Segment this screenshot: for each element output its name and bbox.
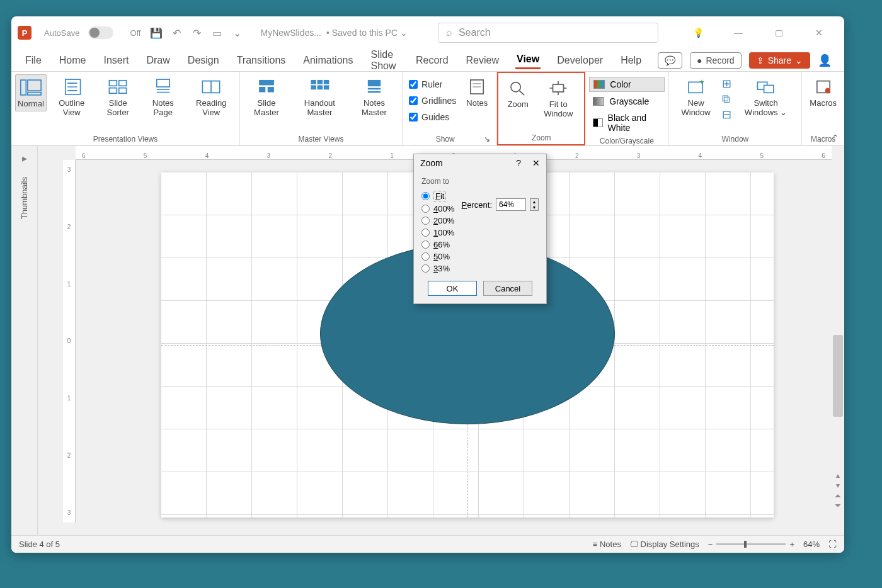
zoom-in-icon[interactable]: + [789, 540, 794, 549]
notes-master-button[interactable]: Notes Master [350, 74, 398, 120]
ok-button[interactable]: OK [428, 281, 477, 296]
guides-checkbox[interactable]: Guides [406, 111, 459, 123]
tab-review[interactable]: Review [465, 52, 500, 69]
vertical-ruler[interactable]: 3210123 [63, 160, 76, 523]
bw-button[interactable]: Black and White [589, 111, 664, 135]
handout-master-icon [307, 77, 331, 97]
grayscale-button[interactable]: Grayscale [589, 94, 664, 108]
slide-master-button[interactable]: Slide Master [244, 74, 289, 120]
notes-button[interactable]: Notes [461, 74, 493, 110]
slide-counter[interactable]: Slide 4 of 5 [19, 540, 60, 549]
account-icon[interactable]: 👤 [818, 54, 832, 67]
svg-point-29 [511, 82, 520, 92]
spinner-down-icon: ▼ [530, 205, 538, 210]
minimize-button[interactable]: — [726, 23, 751, 42]
color-button[interactable]: Color [589, 77, 664, 92]
close-button[interactable]: ✕ [806, 23, 832, 42]
show-launcher-icon[interactable]: ↘ [484, 135, 490, 144]
share-button[interactable]: ⇪ Share ⌄ [749, 52, 810, 69]
svg-rect-23 [368, 80, 381, 86]
group-show: Ruler Gridlines Guides Notes Show ↘ [403, 72, 497, 145]
radio-200[interactable]: 200% [421, 215, 539, 227]
slide-sorter-button[interactable]: Slide Sorter [96, 74, 139, 120]
group-label-color: Color/Grayscale [589, 135, 664, 147]
redo-icon[interactable]: ↷ [191, 27, 202, 38]
percent-input[interactable] [496, 198, 526, 211]
tab-developer[interactable]: Developer [556, 52, 604, 69]
next-slide-icon[interactable]: ▾ [833, 481, 843, 490]
undo-icon[interactable]: ↶ [171, 27, 182, 38]
svg-rect-19 [324, 80, 329, 84]
reading-view-button[interactable]: Reading View [187, 74, 236, 120]
slide-nav-arrows: ▴ ▾ ⏶ ⏷ [833, 471, 843, 510]
tab-animations[interactable]: Animations [302, 52, 354, 69]
ribbon-tabs: File Home Insert Draw Design Transitions… [11, 49, 844, 72]
prev-slide-icon[interactable]: ▴ [833, 471, 843, 480]
tab-record[interactable]: Record [415, 52, 450, 69]
svg-rect-14 [259, 80, 274, 86]
macros-button[interactable]: Macros [806, 74, 840, 110]
qat-dropdown-icon[interactable]: ⌄ [231, 27, 243, 38]
autosave-toggle[interactable] [88, 26, 113, 39]
radio-50[interactable]: 50% [421, 251, 539, 263]
record-button[interactable]: ● Record [690, 52, 742, 69]
collapse-ribbon-icon[interactable]: ⌃ [832, 133, 839, 143]
normal-view-icon [19, 77, 43, 98]
radio-66[interactable]: 66% [421, 239, 539, 251]
group-master-views: Slide Master Handout Master Notes Master… [240, 72, 403, 145]
new-window-button[interactable]: +New Window [673, 74, 719, 120]
split-icon[interactable]: ⊟ [722, 108, 731, 122]
dialog-titlebar[interactable]: Zoom ? ✕ [414, 154, 546, 172]
ruler-checkbox[interactable]: Ruler [406, 78, 459, 91]
tab-transitions[interactable]: Transitions [236, 52, 287, 69]
powerpoint-icon: P [18, 26, 32, 40]
cancel-button[interactable]: Cancel [483, 281, 532, 296]
zoom-button[interactable]: Zoom [502, 76, 534, 111]
zoom-slider[interactable]: − + [708, 540, 794, 549]
handout-master-button[interactable]: Handout Master [292, 74, 348, 120]
tab-view[interactable]: View [515, 51, 541, 69]
radio-100[interactable]: 100% [421, 227, 539, 239]
zoom-to-label: Zoom to [421, 177, 539, 186]
next-slide-double-icon[interactable]: ⏷ [833, 501, 843, 510]
fit-window-button[interactable]: Fit to Window [536, 76, 580, 121]
normal-view-button[interactable]: Normal [15, 74, 47, 111]
saved-status[interactable]: • Saved to this PC ⌄ [326, 28, 408, 38]
group-label-show: Show ↘ [406, 133, 493, 145]
hint-icon[interactable]: 💡 [685, 23, 711, 42]
search-box[interactable]: ⌕ Search [438, 23, 658, 43]
comments-button[interactable]: 💬 [658, 52, 682, 69]
tab-home[interactable]: Home [58, 52, 88, 69]
outline-view-button[interactable]: Outline View [49, 74, 94, 120]
prev-slide-double-icon[interactable]: ⏶ [833, 491, 843, 500]
dialog-help-icon[interactable]: ? [516, 158, 521, 168]
tab-help[interactable]: Help [619, 52, 643, 69]
dialog-close-icon[interactable]: ✕ [532, 158, 540, 168]
zoom-out-icon[interactable]: − [708, 540, 713, 549]
cascade-icon[interactable]: ⧉ [722, 93, 731, 106]
tab-draw[interactable]: Draw [145, 52, 171, 69]
svg-rect-17 [311, 80, 317, 84]
present-icon[interactable]: ▭ [211, 27, 222, 38]
tab-design[interactable]: Design [186, 52, 220, 69]
display-settings[interactable]: 🖵 Display Settings [630, 540, 699, 549]
maximize-button[interactable]: ▢ [766, 23, 791, 42]
expand-thumbnails-icon[interactable]: ▸ [22, 152, 27, 164]
filename[interactable]: MyNewSlides... [260, 28, 321, 38]
vertical-scrollbar[interactable] [833, 335, 843, 417]
tab-file[interactable]: File [24, 52, 43, 69]
radio-33[interactable]: 33% [421, 263, 539, 274]
thumbnails-panel[interactable]: ▸ Thumbnails [11, 146, 38, 535]
arrange-all-icon[interactable]: ⊞ [722, 77, 731, 91]
svg-rect-21 [318, 85, 323, 89]
notes-page-button[interactable]: Notes Page [142, 74, 185, 120]
fit-to-window-icon[interactable]: ⛶ [828, 540, 837, 549]
percent-spinner[interactable]: ▲▼ [530, 198, 539, 211]
tab-slideshow[interactable]: Slide Show [369, 47, 399, 74]
gridlines-checkbox[interactable]: Gridlines [406, 94, 459, 107]
tab-insert[interactable]: Insert [102, 52, 130, 69]
zoom-percent[interactable]: 64% [803, 540, 820, 549]
switch-windows-button[interactable]: Switch Windows ⌄ [734, 74, 798, 120]
notes-toggle[interactable]: ≡ Notes [593, 540, 621, 549]
save-icon[interactable]: 💾 [151, 27, 162, 38]
